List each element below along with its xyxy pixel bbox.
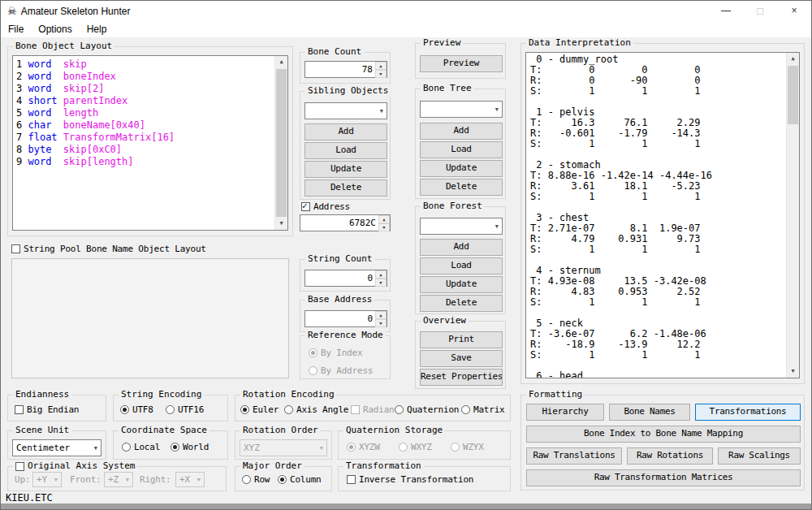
base-address-value[interactable]: 0 bbox=[305, 311, 375, 326]
big-endian-label: Big Endian bbox=[27, 404, 79, 415]
spin-up-icon[interactable]: ▲ bbox=[378, 215, 390, 223]
row-label: Row bbox=[254, 474, 270, 485]
raw-translations-button[interactable]: Raw Translations bbox=[526, 447, 622, 465]
bone-tree-load-button[interactable]: Load bbox=[420, 141, 503, 158]
sibling-add-button[interactable]: Add bbox=[304, 123, 387, 140]
address-spinner[interactable]: 6782C ▲▼ bbox=[300, 214, 391, 231]
radio-icon bbox=[122, 443, 131, 452]
bone-index-mapping-button[interactable]: Bone Index to Bone Name Mapping bbox=[526, 426, 801, 443]
bone-tree-combo[interactable]: ▼ bbox=[420, 101, 503, 118]
radio-utf16[interactable]: UTF16 bbox=[166, 404, 204, 415]
original-axis-checkbox[interactable]: Original Axis System bbox=[13, 460, 137, 472]
bone-forest-combo[interactable]: ▼ bbox=[420, 218, 503, 235]
base-address-spinner[interactable]: 0 ▲▼ bbox=[304, 310, 387, 327]
scene-unit-combo[interactable]: Centimeter ▼ bbox=[12, 439, 102, 456]
overview-group: Overview Print Save Reset Properties bbox=[415, 321, 506, 389]
bone-object-layout-scrollbar[interactable]: ▲ ▼ bbox=[274, 56, 287, 230]
raw-scalings-button[interactable]: Raw Scalings bbox=[718, 447, 801, 465]
scroll-down-icon[interactable]: ▼ bbox=[787, 365, 799, 378]
radio-world[interactable]: World bbox=[171, 442, 209, 452]
radio-icon bbox=[120, 405, 129, 414]
bone-tree-delete-button[interactable]: Delete bbox=[420, 179, 503, 196]
bone-forest-group: Bone Forest ▼ Add Load Update Delete bbox=[415, 206, 506, 314]
string-pool-checkbox[interactable]: String Pool Bone Name Object Layout bbox=[11, 244, 206, 254]
radio-icon bbox=[461, 405, 470, 414]
hierarchy-button[interactable]: Hierarchy bbox=[526, 404, 604, 421]
big-endian-checkbox[interactable]: Big Endian bbox=[15, 404, 79, 415]
radio-euler[interactable]: Euler bbox=[240, 404, 279, 415]
sibling-load-button[interactable]: Load bbox=[304, 142, 387, 159]
radio-icon bbox=[278, 475, 287, 484]
preview-button[interactable]: Preview bbox=[420, 55, 503, 72]
string-count-spinner[interactable]: 0 ▲▼ bbox=[304, 270, 387, 287]
xyzw-label: XYZW bbox=[359, 442, 380, 452]
radio-quaternion[interactable]: Quaternion bbox=[395, 404, 459, 415]
radio-icon bbox=[395, 405, 404, 414]
quaternion-label: Quaternion bbox=[407, 404, 459, 415]
bone-forest-load-button[interactable]: Load bbox=[420, 257, 503, 274]
spin-up-icon[interactable]: ▲ bbox=[375, 270, 387, 279]
data-interpretation-scrollbar[interactable]: ▲ ▼ bbox=[786, 53, 799, 378]
radio-local[interactable]: Local bbox=[122, 442, 160, 452]
radio-matrix[interactable]: Matrix bbox=[461, 404, 505, 415]
window-controls: — □ × bbox=[709, 1, 811, 21]
spin-up-icon[interactable]: ▲ bbox=[375, 311, 387, 319]
radio-column[interactable]: Column bbox=[278, 474, 322, 485]
raw-rotations-button[interactable]: Raw Rotations bbox=[627, 447, 713, 465]
spin-down-icon[interactable]: ▼ bbox=[375, 70, 387, 78]
radio-icon bbox=[309, 348, 317, 357]
menu-file[interactable]: File bbox=[1, 22, 31, 37]
scroll-up-icon[interactable]: ▲ bbox=[275, 56, 287, 68]
radio-utf8[interactable]: UTF8 bbox=[120, 404, 153, 415]
radio-row[interactable]: Row bbox=[242, 474, 270, 485]
sibling-delete-button[interactable]: Delete bbox=[304, 179, 387, 197]
by-index-label: By Index bbox=[321, 348, 362, 358]
reset-properties-button[interactable]: Reset Properties bbox=[420, 369, 503, 386]
spin-down-icon[interactable]: ▼ bbox=[378, 223, 390, 231]
spin-up-icon[interactable]: ▲ bbox=[375, 62, 387, 70]
scrollbar-thumb[interactable] bbox=[276, 69, 287, 217]
endianness-title: Endianness bbox=[13, 389, 71, 400]
scrollbar-thumb[interactable] bbox=[788, 66, 798, 124]
scroll-up-icon[interactable]: ▲ bbox=[787, 53, 799, 65]
save-button[interactable]: Save bbox=[420, 350, 503, 367]
sibling-update-button[interactable]: Update bbox=[304, 161, 387, 178]
address-value[interactable]: 6782C bbox=[300, 215, 378, 231]
by-address-label: By Address bbox=[321, 365, 373, 376]
bone-names-button[interactable]: Bone Names bbox=[609, 404, 690, 421]
address-checkbox[interactable]: ✓ Address bbox=[301, 201, 350, 212]
sibling-objects-combo[interactable]: ▼ bbox=[304, 102, 387, 119]
menu-help[interactable]: Help bbox=[80, 22, 114, 37]
bone-object-layout-editor[interactable]: 1 word skip2 word boneIndex3 word skip[2… bbox=[12, 55, 288, 231]
radio-axis-angle[interactable]: Axis Angle bbox=[284, 404, 348, 415]
close-icon[interactable]: × bbox=[777, 1, 811, 21]
radio-icon bbox=[166, 405, 175, 414]
bone-tree-update-button[interactable]: Update bbox=[420, 160, 503, 177]
radio-icon bbox=[171, 443, 179, 452]
minimize-icon[interactable]: — bbox=[709, 1, 743, 21]
spin-down-icon[interactable]: ▼ bbox=[375, 319, 387, 327]
transformations-button[interactable]: Transformations bbox=[695, 404, 801, 421]
print-button[interactable]: Print bbox=[420, 331, 503, 348]
radio-by-address: By Address bbox=[309, 365, 373, 376]
rotation-order-title: Rotation Order bbox=[240, 425, 321, 436]
bone-forest-add-button[interactable]: Add bbox=[420, 239, 503, 256]
bone-forest-delete-button[interactable]: Delete bbox=[420, 295, 503, 312]
bone-forest-title: Bone Forest bbox=[421, 201, 485, 212]
menu-options[interactable]: Options bbox=[31, 22, 79, 37]
world-label: World bbox=[183, 442, 209, 452]
data-interpretation-pane[interactable]: 0 - dummy_root T: 0 0 0 R: 0 -90 0 S: 1 … bbox=[525, 52, 800, 378]
bone-count-value[interactable]: 78 bbox=[305, 62, 375, 77]
raw-matrices-button[interactable]: Raw Transformation Matrices bbox=[526, 469, 801, 486]
radio-icon bbox=[451, 443, 460, 452]
string-count-value[interactable]: 0 bbox=[305, 270, 375, 286]
major-order-group: Major Order Row Column bbox=[235, 466, 332, 491]
bone-count-spinner[interactable]: 78 ▲▼ bbox=[304, 61, 387, 78]
bone-tree-add-button[interactable]: Add bbox=[420, 123, 503, 140]
spinner-buttons: ▲▼ bbox=[375, 62, 387, 77]
scroll-down-icon[interactable]: ▼ bbox=[275, 218, 287, 230]
inverse-transformation-checkbox[interactable]: Inverse Transformation bbox=[347, 474, 473, 485]
bone-forest-update-button[interactable]: Update bbox=[420, 276, 503, 293]
spin-down-icon[interactable]: ▼ bbox=[375, 279, 387, 287]
chevron-down-icon: ▼ bbox=[54, 473, 58, 486]
